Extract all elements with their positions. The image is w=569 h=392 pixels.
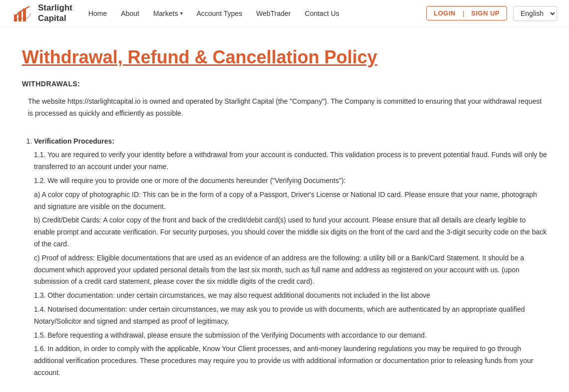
nav-about[interactable]: About [121, 9, 139, 17]
list-item: Verification Procedures: 1.1. You are re… [34, 136, 547, 379]
chevron-down-icon: ▾ [180, 10, 183, 16]
language-select[interactable]: English [513, 6, 557, 21]
logo-text: StarlightCapital [38, 3, 72, 23]
subitem-a: a) A color copy of photographic ID: This… [34, 189, 547, 213]
nav-contact[interactable]: Contact Us [305, 9, 339, 17]
subitem-b: b) Credit/Debit Cards: A color copy of t… [34, 214, 547, 250]
login-button[interactable]: LOGIN [427, 6, 463, 20]
nav-account-types[interactable]: Account Types [197, 9, 243, 17]
nav-home[interactable]: Home [88, 9, 107, 17]
subitem-1-1: 1.1. You are required to verify your ide… [34, 149, 547, 173]
subitem-1-5: 1.5. Before requesting a withdrawal, ple… [34, 330, 547, 342]
page-title: Withdrawal, Refund & Cancellation Policy [22, 47, 547, 68]
intro-text: The website https://starlightcapital.io … [22, 96, 547, 120]
subitem-1-2: 1.2. We will require you to provide one … [34, 175, 547, 187]
nav-markets[interactable]: Markets ▾ [153, 9, 183, 17]
subitem-1-3: 1.3. Other documentation: under certain … [34, 290, 547, 302]
svg-rect-2 [23, 8, 26, 21]
nav-right: LOGIN | SIGN UP English [426, 6, 557, 21]
subitem-c: c) Proof of address: Eligible documentat… [34, 252, 547, 288]
navbar: StarlightCapital Home About Markets ▾ Ac… [0, 0, 569, 27]
nav-webtrader[interactable]: WebTrader [256, 9, 290, 17]
signup-button[interactable]: SIGN UP [464, 6, 507, 20]
verification-subitems: 1.1. You are required to verify your ide… [34, 149, 547, 379]
verification-heading: Verification Procedures: [34, 137, 114, 145]
logo-link[interactable]: StarlightCapital [12, 2, 72, 24]
auth-buttons: LOGIN | SIGN UP [426, 6, 507, 20]
section-heading: WITHDRAWALS: [22, 80, 547, 88]
main-content: Withdrawal, Refund & Cancellation Policy… [10, 27, 559, 392]
policy-list: Verification Procedures: 1.1. You are re… [22, 136, 547, 379]
subitem-1-4: 1.4. Notarised documentation: under cert… [34, 304, 547, 328]
nav-links: Home About Markets ▾ Account Types WebTr… [88, 9, 426, 17]
subitem-1-6: 1.6. In addition, in order to comply wit… [34, 343, 547, 379]
